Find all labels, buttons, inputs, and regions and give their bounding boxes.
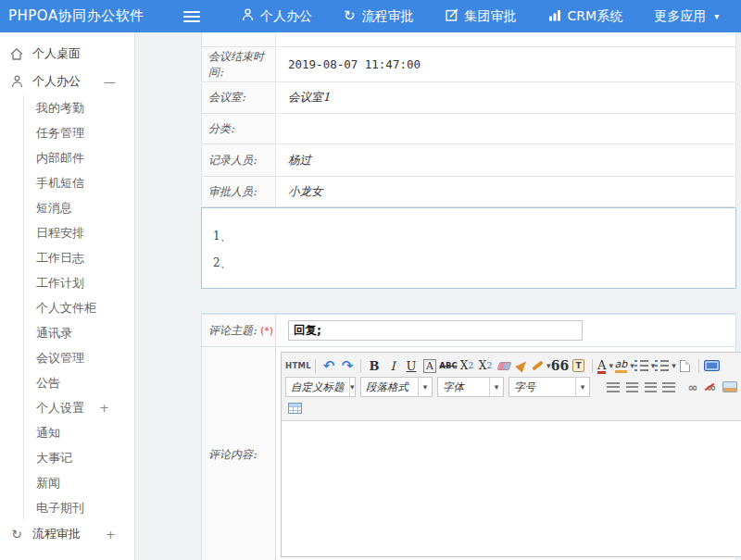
meeting-content-box: 1、 2、 bbox=[201, 207, 736, 289]
sidebar-item-label: 个人文件柜 bbox=[36, 300, 96, 317]
align-center-icon[interactable] bbox=[622, 378, 641, 396]
nav-label: 集团审批 bbox=[465, 8, 517, 25]
font-name-button[interactable]: A bbox=[423, 359, 436, 373]
rich-text-editor: HTML ↶ ↷ B I U A ABC bbox=[281, 352, 741, 557]
heading-style-dropdown[interactable]: 自定义标题 ▾ bbox=[285, 377, 356, 397]
caret-down-icon: ▾ bbox=[349, 378, 356, 396]
field-label: 会议结束时间: bbox=[202, 47, 276, 81]
html-source-button[interactable]: HTML bbox=[285, 356, 311, 375]
underline-button[interactable]: U bbox=[402, 356, 421, 375]
unordered-list-icon[interactable]: ▾ bbox=[655, 356, 676, 375]
chart-icon bbox=[548, 9, 561, 24]
remove-format-icon[interactable] bbox=[495, 356, 513, 375]
font-family-dropdown[interactable]: 字体 ▾ bbox=[437, 377, 504, 397]
sidebar-item-personal-files[interactable]: 个人文件柜 bbox=[24, 295, 134, 320]
topbar: PHPOA协同办公软件 个人办公 ↻ 流程审批 集团审批 CRM系统 更多应用 bbox=[0, 0, 741, 32]
subscript-button[interactable]: X2 bbox=[476, 356, 495, 375]
required-mark: (*) bbox=[260, 325, 273, 337]
sidebar-item-work-plan[interactable]: 工作计划 bbox=[24, 270, 134, 295]
caret-down-icon: ▾ bbox=[418, 378, 432, 396]
table-row-clipped bbox=[202, 32, 735, 46]
sidebar-item-personal-desktop[interactable]: 个人桌面 bbox=[0, 40, 134, 68]
sidebar-item-news[interactable]: 新闻 bbox=[24, 470, 134, 495]
main-content: 会议结束时间: 2019-08-07 11:47:00 会议室: 会议室1 分类… bbox=[135, 32, 741, 560]
sidebar-submenu: 我的考勤 任务管理 内部邮件 手机短信 短消息 日程安排 工作日志 工作计划 个… bbox=[23, 95, 134, 520]
caret-down-icon: ▾ bbox=[575, 378, 589, 396]
sidebar-item-internal-mail[interactable]: 内部邮件 bbox=[24, 145, 134, 170]
collapse-icon[interactable]: — bbox=[104, 75, 116, 89]
clear-format-icon[interactable] bbox=[513, 356, 532, 375]
process-icon: ↻ bbox=[9, 527, 24, 541]
undo-icon[interactable]: ↶ bbox=[320, 356, 338, 375]
sidebar-item-personal-settings[interactable]: 个人设置 + bbox=[24, 395, 134, 420]
sidebar-item-label: 我的考勤 bbox=[36, 100, 84, 117]
sidebar-item-major-events[interactable]: 大事记 bbox=[24, 445, 134, 470]
sidebar-item-label: 工作日志 bbox=[36, 250, 84, 267]
field-value bbox=[276, 114, 735, 143]
sidebar-item-work-log[interactable]: 工作日志 bbox=[24, 245, 134, 270]
sidebar-item-e-journal[interactable]: 电子期刊 bbox=[24, 495, 134, 520]
top-nav: 个人办公 ↻ 流程审批 集团审批 CRM系统 更多应用 ▾ bbox=[226, 0, 735, 32]
table-row: 会议室: 会议室1 bbox=[202, 81, 735, 113]
nav-workflow-approval[interactable]: ↻ 流程审批 bbox=[328, 0, 430, 32]
field-value: 杨过 bbox=[276, 144, 735, 176]
font-size-dropdown[interactable]: 字号 ▾ bbox=[509, 377, 590, 397]
font-color-button[interactable]: A▾ bbox=[597, 356, 615, 375]
sidebar-item-schedule[interactable]: 日程安排 bbox=[24, 220, 134, 245]
user-icon bbox=[9, 75, 24, 88]
insert-table-icon[interactable] bbox=[285, 399, 304, 417]
sidebar-item-label: 个人办公 bbox=[32, 73, 81, 90]
sidebar-item-personal-office[interactable]: 个人办公 — bbox=[0, 68, 134, 95]
comment-subject-input[interactable] bbox=[288, 320, 583, 341]
superscript-button[interactable]: X2 bbox=[458, 356, 476, 375]
strikethrough-button[interactable]: ABC bbox=[439, 356, 458, 375]
sidebar-item-meeting-management[interactable]: 会议管理 bbox=[24, 345, 134, 370]
sidebar-item-announcement[interactable]: 公告 bbox=[24, 370, 134, 395]
edit-icon bbox=[446, 8, 458, 24]
app-title: PHPOA协同办公软件 bbox=[0, 7, 176, 25]
sidebar-item-label: 通讯录 bbox=[36, 325, 72, 342]
sidebar: 个人桌面 个人办公 — 我的考勤 任务管理 内部邮件 手机短信 短消息 日程安排… bbox=[0, 32, 135, 560]
sidebar-item-contacts[interactable]: 通讯录 bbox=[24, 320, 134, 345]
sidebar-item-notice[interactable]: 通知 bbox=[24, 420, 134, 445]
align-justify-icon[interactable] bbox=[659, 378, 678, 396]
paragraph-format-dropdown[interactable]: 段落格式 ▾ bbox=[360, 377, 433, 397]
nav-more-apps[interactable]: 更多应用 ▾ bbox=[638, 0, 735, 32]
sidebar-item-label: 电子期刊 bbox=[36, 500, 84, 516]
fullscreen-icon[interactable] bbox=[703, 356, 722, 375]
sidebar-item-label: 个人设置 bbox=[36, 400, 84, 417]
table-row: 记录人员: 杨过 bbox=[202, 143, 735, 176]
insert-link-icon[interactable]: ∞ bbox=[684, 378, 702, 396]
align-left-icon[interactable] bbox=[604, 378, 622, 396]
align-right-icon[interactable] bbox=[641, 378, 659, 396]
hamburger-menu-icon[interactable] bbox=[183, 11, 200, 22]
highlight-color-button[interactable]: ab▾ bbox=[615, 356, 634, 375]
expand-icon[interactable]: + bbox=[99, 401, 109, 415]
bold-button[interactable]: B bbox=[365, 356, 383, 375]
editor-content-area[interactable] bbox=[282, 421, 741, 556]
expand-icon[interactable]: + bbox=[106, 528, 116, 541]
nav-group-approval[interactable]: 集团审批 bbox=[430, 0, 533, 32]
sidebar-item-workflow-approval[interactable]: ↻ 流程审批 + bbox=[0, 520, 134, 548]
remove-link-icon[interactable]: ∞ bbox=[702, 378, 721, 396]
sidebar-item-label: 任务管理 bbox=[36, 125, 84, 142]
field-label: 审批人员: bbox=[202, 177, 276, 206]
sidebar-item-my-attendance[interactable]: 我的考勤 bbox=[24, 95, 134, 120]
comment-content-label: 评论内容: bbox=[202, 347, 276, 560]
italic-button[interactable]: I bbox=[383, 356, 402, 375]
sidebar-item-label: 公告 bbox=[36, 375, 60, 392]
sidebar-item-label: 流程审批 bbox=[32, 526, 81, 542]
format-brush-icon[interactable]: ▾ bbox=[532, 356, 551, 375]
blockquote-button[interactable]: 66 bbox=[551, 356, 570, 375]
ordered-list-icon[interactable]: ▾ bbox=[634, 356, 656, 375]
nav-personal-office[interactable]: 个人办公 bbox=[226, 0, 328, 32]
sidebar-item-short-message[interactable]: 短消息 bbox=[24, 195, 134, 220]
field-label: 记录人员: bbox=[202, 144, 276, 176]
insert-image-icon[interactable] bbox=[721, 378, 739, 396]
sidebar-item-task-management[interactable]: 任务管理 bbox=[24, 120, 134, 145]
nav-crm-system[interactable]: CRM系统 bbox=[533, 0, 639, 32]
new-page-icon[interactable] bbox=[676, 356, 695, 375]
paste-plain-text-icon[interactable] bbox=[570, 356, 588, 375]
sidebar-item-sms[interactable]: 手机短信 bbox=[24, 170, 134, 195]
redo-icon[interactable]: ↷ bbox=[338, 356, 357, 375]
